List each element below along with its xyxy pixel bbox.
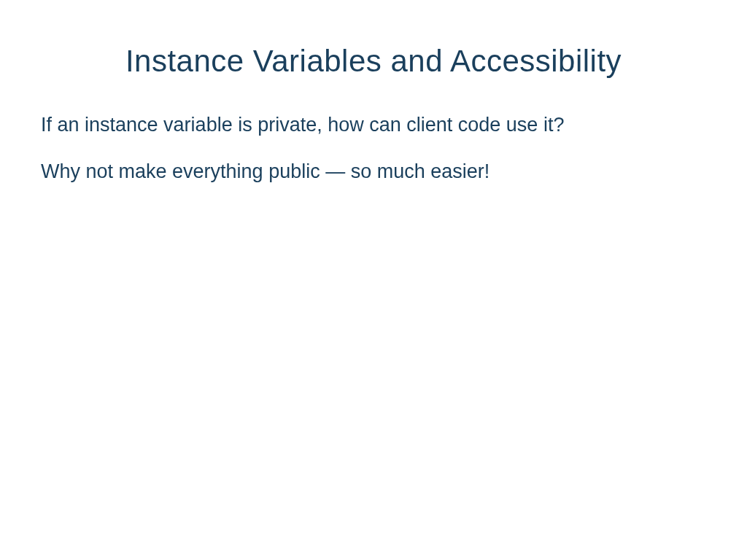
slide-title: Instance Variables and Accessibility bbox=[22, 44, 725, 79]
paragraph-1: If an instance variable is private, how … bbox=[22, 112, 725, 138]
slide-container: Instance Variables and Accessibility If … bbox=[0, 0, 747, 560]
paragraph-2: Why not make everything public — so much… bbox=[22, 158, 725, 184]
